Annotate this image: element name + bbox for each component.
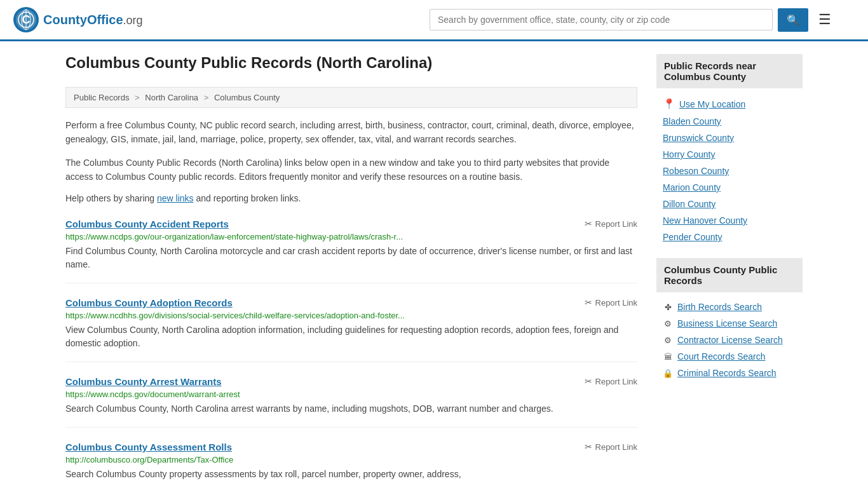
sidebar-record-link-4[interactable]: Criminal Records Search xyxy=(677,368,776,378)
sidebar-nearby-item-8: Pender County xyxy=(656,229,803,245)
search-area: 🔍 ☰ xyxy=(430,8,836,32)
header: C CountyOffice.org 🔍 ☰ xyxy=(0,0,868,41)
intro-text: Perform a free Columbus County, NC publi… xyxy=(65,118,637,147)
nearby-county-link-5[interactable]: Marion County xyxy=(663,182,721,193)
breadcrumb-public-records[interactable]: Public Records xyxy=(74,93,129,102)
intro-text2: The Columbus County Public Records (Nort… xyxy=(65,156,637,184)
report-link-1[interactable]: ✂ Report Link xyxy=(585,297,637,308)
logo-icon: C xyxy=(13,6,39,33)
sidebar-record-icon-4: 🔒 xyxy=(663,369,673,378)
sidebar: Public Records near Columbus County 📍Use… xyxy=(656,54,803,488)
nearby-county-link-7[interactable]: New Hanover County xyxy=(663,215,747,226)
breadcrumb-sep1: > xyxy=(135,93,142,102)
use-my-location-link[interactable]: Use My Location xyxy=(679,99,745,109)
sidebar-nearby-item-4: Robeson County xyxy=(656,163,803,179)
records-section: Columbus County Public Records ✤Birth Re… xyxy=(656,258,803,381)
record-url-1[interactable]: https://www.ncdhhs.gov/divisions/social-… xyxy=(65,311,637,320)
record-title-row: Columbus County Assessment Rolls ✂ Repor… xyxy=(65,442,637,452)
report-link-label-2: Report Link xyxy=(595,377,637,386)
breadcrumb-columbus-county[interactable]: Columbus County xyxy=(214,93,280,102)
sidebar-record-item-1: ⚙Business License Search xyxy=(656,315,803,332)
main: Columbus County Public Records (North Ca… xyxy=(53,41,815,488)
record-title-2[interactable]: Columbus County Arrest Warrants xyxy=(65,376,222,387)
sidebar-record-link-2[interactable]: Contractor License Search xyxy=(677,335,783,345)
content: Columbus County Public Records (North Ca… xyxy=(65,54,637,488)
logo-area: C CountyOffice.org xyxy=(13,6,143,33)
sidebar-record-icon-2: ⚙ xyxy=(663,336,673,345)
report-link-0[interactable]: ✂ Report Link xyxy=(585,219,637,229)
record-title-row: Columbus County Adoption Records ✂ Repor… xyxy=(65,297,637,308)
record-title-0[interactable]: Columbus County Accident Reports xyxy=(65,219,229,229)
nearby-county-link-8[interactable]: Pender County xyxy=(663,232,722,242)
report-link-label-0: Report Link xyxy=(595,219,637,229)
breadcrumb: Public Records > North Carolina > Columb… xyxy=(65,87,637,108)
report-icon-1: ✂ xyxy=(585,297,592,308)
record-title-row: Columbus County Arrest Warrants ✂ Report… xyxy=(65,376,637,387)
record-entry: Columbus County Adoption Records ✂ Repor… xyxy=(65,297,637,362)
sidebar-nearby-item-6: Dillon County xyxy=(656,196,803,212)
nearby-list: 📍Use My LocationBladen CountyBrunswick C… xyxy=(656,95,803,245)
breadcrumb-north-carolina[interactable]: North Carolina xyxy=(145,93,198,102)
record-entry: Columbus County Arrest Warrants ✂ Report… xyxy=(65,376,637,428)
records-header: Columbus County Public Records xyxy=(656,258,803,292)
records-sidebar-list: ✤Birth Records Search⚙Business License S… xyxy=(656,299,803,381)
page-title: Columbus County Public Records (North Ca… xyxy=(65,54,637,78)
menu-button[interactable]: ☰ xyxy=(813,9,836,30)
record-url-2[interactable]: https://www.ncdps.gov/document/warrant-a… xyxy=(65,390,637,399)
location-icon: 📍 xyxy=(663,98,675,110)
sidebar-nearby-item-3: Horry County xyxy=(656,146,803,163)
report-link-label-1: Report Link xyxy=(595,298,637,308)
hamburger-icon: ☰ xyxy=(818,11,831,27)
report-icon-3: ✂ xyxy=(585,442,592,452)
search-button[interactable]: 🔍 xyxy=(778,8,808,32)
record-title-3[interactable]: Columbus County Assessment Rolls xyxy=(65,442,232,452)
sidebar-record-item-0: ✤Birth Records Search xyxy=(656,299,803,315)
sidebar-nearby-item-2: Brunswick County xyxy=(656,130,803,146)
help-text: Help others by sharing new links and rep… xyxy=(65,193,637,203)
record-title-row: Columbus County Accident Reports ✂ Repor… xyxy=(65,219,637,229)
sidebar-nearby-item-7: New Hanover County xyxy=(656,212,803,229)
breadcrumb-sep2: > xyxy=(204,93,211,102)
record-desc-3: Search Columbus County property assessme… xyxy=(65,468,637,481)
nearby-county-link-3[interactable]: Horry County xyxy=(663,149,715,159)
nearby-section: Public Records near Columbus County 📍Use… xyxy=(656,54,803,245)
records-list: Columbus County Accident Reports ✂ Repor… xyxy=(65,219,637,488)
record-desc-2: Search Columbus County, North Carolina a… xyxy=(65,402,637,416)
sidebar-record-icon-0: ✤ xyxy=(663,302,673,312)
sidebar-record-link-0[interactable]: Birth Records Search xyxy=(677,302,762,312)
sidebar-record-icon-1: ⚙ xyxy=(663,319,673,329)
sidebar-record-item-3: 🏛Court Records Search xyxy=(656,348,803,365)
sidebar-nearby-item-5: Marion County xyxy=(656,179,803,196)
sidebar-record-item-4: 🔒Criminal Records Search xyxy=(656,365,803,381)
search-input[interactable] xyxy=(430,9,773,30)
record-entry: Columbus County Assessment Rolls ✂ Repor… xyxy=(65,442,637,488)
record-entry: Columbus County Accident Reports ✂ Repor… xyxy=(65,219,637,283)
report-icon-0: ✂ xyxy=(585,219,592,229)
sidebar-record-item-2: ⚙Contractor License Search xyxy=(656,332,803,348)
record-desc-1: View Columbus County, North Carolina ado… xyxy=(65,323,637,350)
nearby-county-link-6[interactable]: Dillon County xyxy=(663,199,715,209)
record-title-1[interactable]: Columbus County Adoption Records xyxy=(65,297,233,308)
nearby-county-link-1[interactable]: Bladen County xyxy=(663,116,721,126)
report-link-3[interactable]: ✂ Report Link xyxy=(585,442,637,452)
sidebar-record-link-3[interactable]: Court Records Search xyxy=(677,351,766,362)
logo-text: CountyOffice.org xyxy=(43,13,143,27)
record-url-3[interactable]: http://columbusco.org/Departments/Tax-Of… xyxy=(65,455,637,464)
record-url-0[interactable]: https://www.ncdps.gov/our-organization/l… xyxy=(65,232,637,241)
sidebar-location-item: 📍Use My Location xyxy=(656,95,803,113)
new-links-link[interactable]: new links xyxy=(157,193,194,203)
nearby-county-link-4[interactable]: Robeson County xyxy=(663,166,729,176)
nearby-header: Public Records near Columbus County xyxy=(656,54,803,88)
report-icon-2: ✂ xyxy=(585,376,592,386)
sidebar-nearby-item-1: Bladen County xyxy=(656,113,803,130)
sidebar-record-link-1[interactable]: Business License Search xyxy=(677,318,777,329)
nearby-county-link-2[interactable]: Brunswick County xyxy=(663,133,734,143)
report-link-label-3: Report Link xyxy=(595,442,637,452)
sidebar-record-icon-3: 🏛 xyxy=(663,352,673,362)
search-icon: 🔍 xyxy=(787,15,799,25)
record-desc-0: Find Columbus County, North Carolina mot… xyxy=(65,245,637,271)
report-link-2[interactable]: ✂ Report Link xyxy=(585,376,637,386)
